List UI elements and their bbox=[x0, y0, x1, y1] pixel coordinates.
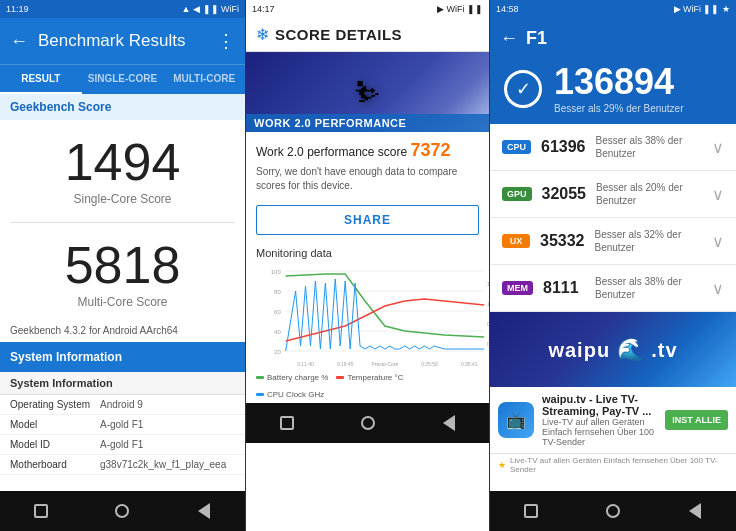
tab-single-core[interactable]: SINGLE-CORE bbox=[82, 65, 164, 94]
svg-text:0:11:40: 0:11:40 bbox=[297, 362, 314, 367]
p1-sys-subheader: System Information bbox=[0, 372, 245, 395]
p1-status-icons: ▲ ◀ ❚❚ WiFi bbox=[182, 4, 239, 14]
p2-score-value: 7372 bbox=[411, 140, 451, 160]
panel-score-details: 14:17 ▶ WiFi ❚❚ ❄ SCORE DETAILS ⛷ Work 2… bbox=[245, 0, 490, 531]
svg-text:0.80GHz: 0.80GHz bbox=[487, 322, 489, 327]
p3-nav-circle[interactable] bbox=[601, 499, 625, 523]
p3-mem-tag: MEM bbox=[502, 281, 533, 295]
p2-nav-back[interactable] bbox=[437, 411, 461, 435]
p3-check-icon: ✓ bbox=[504, 70, 542, 108]
svg-text:60: 60 bbox=[274, 309, 281, 315]
p1-nav-back[interactable] bbox=[192, 499, 216, 523]
p1-bottom-nav bbox=[0, 491, 245, 531]
p3-total-score-block: ✓ 136894 Besser als 29% der Benutzer bbox=[490, 58, 736, 124]
p3-gpu-desc: Besser als 20% der Benutzer bbox=[596, 181, 702, 207]
tab-multi-core[interactable]: MULTI-CORE bbox=[163, 65, 245, 94]
p1-sys-key-os: Operating System bbox=[10, 399, 100, 410]
p1-section-geekbench: Geekbench Score bbox=[0, 94, 245, 120]
p1-content: Geekbench Score 1494 Single-Core Score 5… bbox=[0, 94, 245, 491]
svg-text:40: 40 bbox=[274, 329, 281, 335]
p3-cpu-value: 61396 bbox=[541, 138, 586, 156]
p1-sys-row-model: Model A-gold F1 bbox=[0, 415, 245, 435]
svg-text:0:19:45: 0:19:45 bbox=[337, 362, 354, 367]
p1-multi-score: 5818 bbox=[10, 239, 235, 291]
p3-ad-bottom: 📺 waipu.tv - Live TV-Streaming, Pay-TV .… bbox=[490, 387, 736, 454]
p1-header-title: Benchmark Results bbox=[38, 31, 207, 51]
p2-snowflake-icon: ❄ bbox=[256, 25, 269, 44]
p2-legend-temp-label: Temperature °C bbox=[347, 373, 403, 382]
svg-text:1.25GHz: 1.25GHz bbox=[487, 302, 489, 307]
p3-status-icons: ▶ WiFi ❚❚ ★ bbox=[674, 4, 731, 14]
p1-header: ← Benchmark Results ⋮ bbox=[0, 18, 245, 64]
p3-nav-back[interactable] bbox=[683, 499, 707, 523]
p2-bottom-nav bbox=[246, 403, 489, 443]
p1-time: 11:19 bbox=[6, 4, 29, 14]
p1-nav-square[interactable] bbox=[29, 499, 53, 523]
p2-chart-legend: Battery charge % Temperature °C CPU Cloc… bbox=[246, 371, 489, 403]
p3-gpu-expand-icon[interactable]: ∨ bbox=[712, 185, 724, 204]
svg-text:0:35:41: 0:35:41 bbox=[461, 362, 478, 367]
p2-hero-label: Work 2.0 performance bbox=[246, 114, 489, 132]
p2-share-button[interactable]: SHARE bbox=[256, 205, 479, 235]
svg-text:20: 20 bbox=[274, 349, 281, 355]
p2-status-icons: ▶ WiFi ❚❚ bbox=[437, 4, 483, 14]
p2-legend-cpu-dot bbox=[256, 393, 264, 396]
p3-cpu-expand-icon[interactable]: ∨ bbox=[712, 138, 724, 157]
p3-mem-desc: Besser als 38% der Benutzer bbox=[595, 275, 702, 301]
p3-cpu-row: CPU 61396 Besser als 38% der Benutzer ∨ bbox=[490, 124, 736, 171]
p3-install-button[interactable]: INST ALLIE bbox=[665, 410, 728, 431]
p3-gpu-tag: GPU bbox=[502, 187, 532, 201]
p3-gpu-value: 32055 bbox=[542, 185, 587, 203]
p1-info-text: Geekbench 4.3.2 for Android AArch64 bbox=[0, 319, 245, 342]
p2-legend-temp-dot bbox=[336, 376, 344, 379]
p1-nav-circle[interactable] bbox=[110, 499, 134, 523]
svg-text:100: 100 bbox=[271, 269, 282, 275]
svg-text:Presto-Core: Presto-Core bbox=[372, 362, 399, 367]
p3-total-number: 136894 bbox=[554, 64, 684, 100]
p3-ux-value: 35332 bbox=[540, 232, 585, 250]
p1-sys-header: System Information bbox=[0, 342, 245, 372]
panel-geekbench: 11:19 ▲ ◀ ❚❚ WiFi ← Benchmark Results ⋮ … bbox=[0, 0, 245, 531]
p3-ad-app-icon: 📺 bbox=[498, 402, 534, 438]
svg-text:1.6GHz: 1.6GHz bbox=[487, 282, 489, 287]
p3-ux-row: UX 35332 Besser als 32% der Benutzer ∨ bbox=[490, 218, 736, 265]
p2-header: ❄ SCORE DETAILS bbox=[246, 18, 489, 52]
p1-status-bar: 11:19 ▲ ◀ ❚❚ WiFi bbox=[0, 0, 245, 18]
p3-bottom-nav bbox=[490, 491, 736, 531]
p3-total-sub: Besser als 29% der Benutzer bbox=[554, 103, 684, 114]
p2-score-label: Work 2.0 performance score bbox=[256, 145, 411, 159]
p3-cpu-desc: Besser als 38% der Benutzer bbox=[596, 134, 702, 160]
p2-time: 14:17 bbox=[252, 4, 275, 14]
p3-time: 14:58 bbox=[496, 4, 519, 14]
p2-legend-cpu: CPU Clock GHz bbox=[256, 390, 324, 399]
p3-waipu-suffix: .tv bbox=[651, 339, 677, 361]
p3-star-icon: ★ bbox=[498, 460, 506, 470]
p3-back-button[interactable]: ← bbox=[500, 28, 518, 49]
svg-text:0:25:50: 0:25:50 bbox=[421, 362, 438, 367]
p3-mem-row: MEM 8111 Besser als 38% der Benutzer ∨ bbox=[490, 265, 736, 312]
p1-multi-score-block: 5818 Multi-Core Score bbox=[0, 229, 245, 319]
p3-ux-expand-icon[interactable]: ∨ bbox=[712, 232, 724, 251]
p2-legend-temp: Temperature °C bbox=[336, 373, 403, 382]
p2-legend-battery-label: Battery charge % bbox=[267, 373, 328, 382]
p1-sys-val-os: Android 9 bbox=[100, 399, 235, 410]
p3-nav-square[interactable] bbox=[519, 499, 543, 523]
panel-antutu: 14:58 ▶ WiFi ❚❚ ★ ← F1 ✓ 136894 Besser a… bbox=[490, 0, 736, 531]
p1-multi-label: Multi-Core Score bbox=[10, 295, 235, 309]
p3-mem-expand-icon[interactable]: ∨ bbox=[712, 279, 724, 298]
svg-text:0.45GHz: 0.45GHz bbox=[487, 342, 489, 347]
p3-cpu-tag: CPU bbox=[502, 140, 531, 154]
p3-mem-value: 8111 bbox=[543, 279, 585, 297]
p1-back-button[interactable]: ← bbox=[10, 31, 28, 52]
p3-ad-small-text: ★ Live-TV auf allen Geräten Einfach fern… bbox=[490, 454, 736, 478]
p2-sorry-text: Sorry, we don't have enough data to comp… bbox=[256, 165, 479, 193]
p2-nav-circle[interactable] bbox=[356, 411, 380, 435]
p3-header-title: F1 bbox=[526, 28, 547, 49]
tab-result[interactable]: RESULT bbox=[0, 65, 82, 94]
p2-nav-square[interactable] bbox=[275, 411, 299, 435]
p3-header: ← F1 bbox=[490, 18, 736, 58]
p2-score-section: Work 2.0 performance score 7372 Sorry, w… bbox=[246, 132, 489, 197]
p1-sys-key-modelid: Model ID bbox=[10, 439, 100, 450]
p1-more-button[interactable]: ⋮ bbox=[217, 30, 235, 52]
p3-status-bar: 14:58 ▶ WiFi ❚❚ ★ bbox=[490, 0, 736, 18]
